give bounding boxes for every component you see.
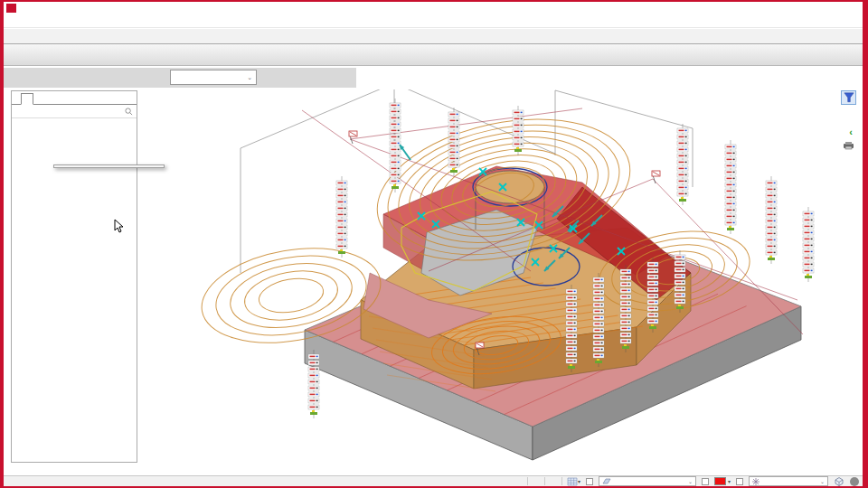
layer-combo[interactable]: ⌄ xyxy=(749,476,828,486)
coord-y xyxy=(550,477,552,485)
small-device-icon[interactable] xyxy=(843,137,854,154)
app-icon xyxy=(6,4,16,13)
layer-checkbox[interactable] xyxy=(736,478,743,485)
reference-checkbox[interactable] xyxy=(586,478,593,485)
plane-icon xyxy=(602,478,611,485)
command-combo[interactable]: ⌄ xyxy=(170,70,257,85)
color-dropdown-arrow[interactable]: ▾ xyxy=(728,478,731,484)
color-checkbox[interactable] xyxy=(702,478,709,485)
tree-search-box[interactable] xyxy=(12,105,137,118)
machining-tree-panel xyxy=(11,90,137,463)
machining-scene xyxy=(138,89,863,475)
viewport-3d[interactable] xyxy=(138,89,863,475)
search-icon xyxy=(125,108,133,116)
coord-x xyxy=(533,477,534,485)
chevron-down-icon: ⌄ xyxy=(247,74,252,81)
reference-combo[interactable]: ⌄ xyxy=(599,476,696,486)
menu-bar xyxy=(4,14,863,28)
command-bar: ⌄ xyxy=(4,66,863,89)
collapse-chevron-icon[interactable]: ‹ xyxy=(849,127,853,136)
context-menu xyxy=(53,164,165,168)
filter-icon xyxy=(844,92,854,103)
current-color-swatch[interactable] xyxy=(714,477,726,485)
chevron-down-icon: ⌄ xyxy=(684,478,693,484)
tab-machining[interactable] xyxy=(21,93,33,105)
ribbon-toolbar xyxy=(4,44,863,66)
title-bar xyxy=(4,2,863,14)
grid-toggle-button[interactable]: ▾ xyxy=(567,477,580,486)
help-button[interactable] xyxy=(850,477,859,486)
cube-icon xyxy=(834,476,844,486)
chevron-down-icon: ⌄ xyxy=(816,478,825,484)
status-bar: ▾ ⌄ ▾ ⌄ xyxy=(4,475,863,486)
grid-icon xyxy=(567,477,578,486)
view-cube-button[interactable] xyxy=(834,476,844,486)
ribbon-tab-row xyxy=(4,29,863,44)
layer-icon xyxy=(752,478,760,485)
filter-button[interactable] xyxy=(841,90,856,105)
mouse-cursor-icon xyxy=(114,219,125,234)
